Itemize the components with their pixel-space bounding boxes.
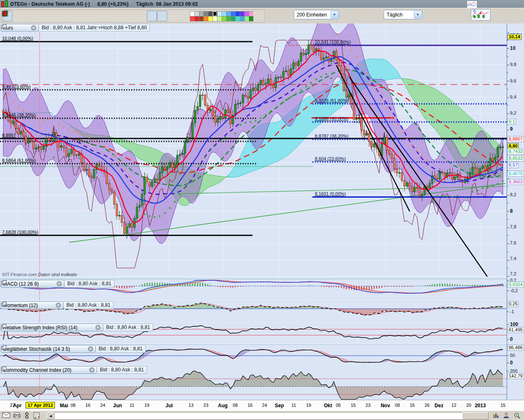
color-swatch[interactable] — [208, 16, 212, 21]
scrollbar-track[interactable] — [54, 412, 489, 420]
panel-tab-kurs[interactable]: Kurs× — [1, 24, 39, 32]
detach-window-icon[interactable] — [47, 303, 54, 308]
axis-tick-label: 0 — [510, 361, 513, 365]
time-tick-label: 19 — [306, 403, 311, 408]
detach-window-icon[interactable] — [81, 367, 87, 373]
settings-wrench-icon[interactable] — [72, 346, 78, 352]
panel-title: Commodity Channel Index (20) — [3, 367, 71, 373]
vertical-line-tool-button[interactable] — [75, 11, 85, 21]
settings-wrench-icon[interactable] — [15, 25, 21, 31]
zoom-tool-button[interactable] — [33, 11, 43, 21]
status-bar: ◀ — [0, 411, 524, 420]
bid-ask-label: Bid : 8,80 Ask : 8,81 — [65, 280, 114, 288]
axis-tick-label: 10 — [510, 46, 515, 51]
price-axis[interactable]: 10,2109,89,69,49,298,287,87,67,47,210,14… — [507, 23, 524, 400]
link-icon[interactable] — [24, 412, 31, 420]
detach-window-icon[interactable] — [87, 325, 93, 330]
report-icon[interactable] — [33, 412, 43, 420]
alarm-tool-button[interactable] — [23, 11, 33, 21]
bid-ask-label: Bid : 8,80 Ask : 8,81 — [96, 345, 146, 353]
color-swatch[interactable] — [231, 16, 235, 21]
axis-value-box: 0,0324 — [507, 282, 524, 288]
close-icon[interactable]: × — [56, 281, 62, 286]
detach-window-icon[interactable] — [80, 346, 86, 352]
title-bar: DTEGn - Deutsche Telekom AG (-) 8,80 (+0… — [0, 0, 524, 8]
close-icon[interactable]: × — [55, 303, 61, 308]
text-tool-button[interactable]: T — [95, 11, 105, 21]
chevron-down-icon[interactable]: ▼ — [414, 11, 422, 19]
axis-tick-label: 8,2 — [510, 192, 516, 197]
color-swatch[interactable] — [194, 16, 199, 21]
panel-tab-rsi[interactable]: Relative Strength Index (RSI) (14)× — [1, 324, 103, 331]
print-icon[interactable] — [12, 412, 22, 420]
color-swatch[interactable] — [217, 16, 222, 21]
color-swatch[interactable] — [235, 16, 240, 21]
chart-columns-icon[interactable] — [492, 412, 502, 420]
color-swatch[interactable] — [249, 16, 253, 21]
color-swatch[interactable] — [190, 16, 194, 21]
trendline-tool-button[interactable] — [54, 11, 64, 21]
time-tick-label: 24 — [100, 403, 105, 408]
panel-tab-cci[interactable]: Commodity Channel Index (20)× — [1, 366, 97, 374]
mail-icon[interactable] — [2, 412, 12, 420]
units-dropdown[interactable]: 200 Einheiten ▼ — [294, 10, 339, 19]
panel-tab-macd[interactable]: MACD (12 26 9)× — [1, 280, 64, 288]
close-icon[interactable]: × — [87, 346, 94, 352]
panel-tab-momentum[interactable]: Momentum (12)× — [1, 301, 64, 309]
panel-tab-stoch[interactable]: Geglätteter Stochastik (14 3 5)× — [1, 345, 96, 353]
settings-wrench-icon[interactable] — [40, 303, 46, 308]
color-palette[interactable] — [190, 11, 253, 21]
color-swatch[interactable] — [203, 16, 208, 21]
timeframe-dropdown[interactable]: Täglich ▼ — [384, 10, 423, 19]
settings-tool-button[interactable] — [126, 11, 136, 21]
color-swatch[interactable] — [199, 16, 203, 21]
axis-value-box: 142,79 — [507, 373, 524, 379]
ruler-tool-button[interactable] — [13, 11, 23, 21]
fibonacci-tool-button[interactable] — [85, 11, 95, 21]
scrollbar-thumb[interactable] — [462, 412, 489, 420]
buy-arrow-button[interactable] — [168, 11, 177, 21]
chart-preview-button[interactable] — [471, 9, 491, 21]
price-chart[interactable]: ©IT-Finance.com Daten sind indikativ 10,… — [0, 23, 507, 277]
point-tool-button[interactable] — [44, 11, 54, 21]
horizontal-line-tool-button[interactable] — [64, 11, 74, 21]
color-swatch[interactable] — [244, 16, 249, 21]
bid-ask-label: Bid : 8,80 Ask : 8,81 Jahr:+Hoch 8,88 +T… — [39, 24, 150, 32]
line-style-button[interactable] — [147, 11, 157, 21]
axis-value-box: 61,495 — [507, 327, 524, 333]
color-swatch[interactable] — [212, 16, 217, 21]
contacts-icon[interactable] — [503, 412, 512, 420]
time-tick-label: 08 — [71, 403, 76, 408]
settings-wrench-icon[interactable] — [40, 281, 47, 286]
close-icon[interactable]: × — [31, 25, 37, 31]
scroll-left-button[interactable]: ◀ — [47, 412, 54, 420]
axis-tick-label: 7,8 — [510, 225, 516, 229]
axis-value-box: 8,3663 — [507, 179, 524, 185]
candle-style-button[interactable] — [157, 11, 167, 21]
chevron-down-icon[interactable]: ▼ — [330, 11, 338, 19]
zoom-in-icon[interactable] — [513, 412, 523, 420]
color-swatch[interactable] — [226, 16, 231, 21]
mini-chart-icon[interactable] — [467, 0, 477, 8]
panel-title: MACD (12 26 9) — [3, 281, 39, 287]
time-tick-label: 16 — [85, 403, 90, 408]
axis-value-box: 10,14 — [507, 34, 522, 40]
delete-tool-button[interactable] — [137, 11, 146, 21]
close-icon[interactable]: × — [89, 367, 95, 373]
segment-tool-button[interactable] — [106, 11, 116, 21]
time-tick-label: 08 — [395, 403, 400, 408]
color-swatch[interactable] — [222, 16, 226, 21]
detach-window-icon[interactable] — [48, 281, 54, 286]
parallel-lines-tool-button[interactable] — [116, 11, 126, 21]
close-icon[interactable]: × — [95, 325, 101, 330]
sell-arrow-button[interactable] — [178, 11, 188, 21]
color-swatch[interactable] — [240, 16, 244, 21]
detach-window-icon[interactable] — [23, 25, 29, 31]
settings-wrench-icon[interactable] — [79, 325, 85, 330]
axis-value-box: 0,25 — [507, 301, 519, 307]
title-change: (+0,23%) — [108, 1, 128, 7]
time-tick-label: Okt — [324, 403, 332, 408]
time-tick-label: Dez — [434, 403, 443, 408]
settings-wrench-icon[interactable] — [73, 367, 79, 373]
axis-tick-label: 7,6 — [510, 241, 516, 245]
